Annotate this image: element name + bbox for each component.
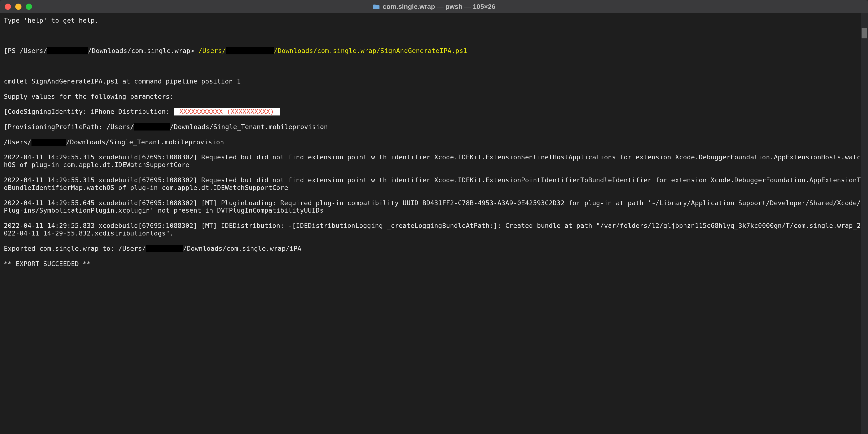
export-succeeded: ** EXPORT SUCCEEDED ** <box>4 260 864 268</box>
csi-label: CodeSigningIdentity: iPhone Distribution… <box>8 108 174 115</box>
redacted-username <box>226 47 274 54</box>
redacted-username <box>31 138 66 146</box>
xcodebuild-log-1: 2022-04-11 14:29:55.315 xcodebuild[67695… <box>4 153 864 169</box>
csi-masked-value: XXXXXXXXXXX (XXXXXXXXXX) <box>174 108 280 116</box>
ppp-prefix: ProvisioningProfilePath: /Users/ <box>8 123 134 130</box>
traffic-lights <box>5 4 32 10</box>
zoom-button[interactable] <box>26 4 32 10</box>
close-button[interactable] <box>5 4 11 10</box>
export-prefix: Exported com.single.wrap to: /Users/ <box>4 245 146 252</box>
minimize-button[interactable] <box>15 4 22 10</box>
window-title: com.single.wrap — pwsh — 105×26 <box>373 3 495 10</box>
export-suffix: /Downloads/com.single.wrap/iPA <box>183 245 302 252</box>
prompt-suffix: /Downloads/com.single.wrap> <box>88 47 198 54</box>
help-hint: Type 'help' to get help. <box>4 17 864 24</box>
export-result-line: Exported com.single.wrap to: /Users//Dow… <box>4 245 864 252</box>
echo-path-line: /Users//Downloads/Single_Tenant.mobilepr… <box>4 138 864 146</box>
folder-icon <box>373 4 380 9</box>
code-signing-identity-line: [CodeSigningIdentity: iPhone Distributio… <box>4 108 864 116</box>
terminal-content[interactable]: Type 'help' to get help. [PS /Users//Dow… <box>0 13 868 434</box>
scrollbar-thumb[interactable] <box>862 28 867 38</box>
scrollbar-track[interactable] <box>861 13 868 434</box>
ppp-suffix: /Downloads/Single_Tenant.mobileprovision <box>170 123 328 130</box>
redacted-username <box>134 123 170 130</box>
prompt-line: [PS /Users//Downloads/com.single.wrap> /… <box>4 47 864 55</box>
xcodebuild-log-4: 2022-04-11 14:29:55.833 xcodebuild[67695… <box>4 222 864 237</box>
window-title-text: com.single.wrap — pwsh — 105×26 <box>382 3 495 10</box>
xcodebuild-log-2: 2022-04-11 14:29:55.315 xcodebuild[67695… <box>4 176 864 192</box>
echo-prefix: /Users/ <box>4 138 31 146</box>
xcodebuild-log-3: 2022-04-11 14:29:55.645 xcodebuild[67695… <box>4 199 864 215</box>
terminal-window: com.single.wrap — pwsh — 105×26 Type 'he… <box>0 0 868 434</box>
titlebar[interactable]: com.single.wrap — pwsh — 105×26 <box>0 0 868 13</box>
redacted-username <box>47 47 88 54</box>
redacted-username <box>146 245 183 252</box>
echo-suffix: /Downloads/Single_Tenant.mobileprovision <box>66 138 224 146</box>
cmdlet-line: cmdlet SignAndGenerateIPA.ps1 at command… <box>4 78 864 85</box>
provisioning-profile-line: [ProvisioningProfilePath: /Users//Downlo… <box>4 123 864 131</box>
supply-line: Supply values for the following paramete… <box>4 93 864 100</box>
command-path-prefix: /Users/ <box>198 47 226 54</box>
command-path-suffix: /Downloads/com.single.wrap/SignAndGenera… <box>274 47 467 54</box>
prompt-prefix: PS /Users/ <box>8 47 48 54</box>
